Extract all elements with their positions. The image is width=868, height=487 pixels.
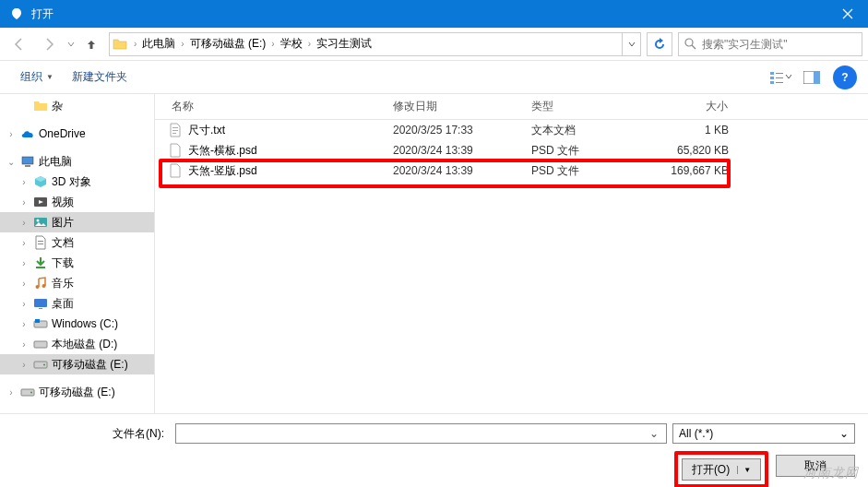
file-icon [168, 163, 183, 178]
breadcrumb-item[interactable]: 此电脑 [140, 36, 177, 52]
expand-icon[interactable]: › [18, 299, 30, 309]
docs-icon [33, 235, 48, 250]
svg-point-18 [42, 284, 46, 288]
breadcrumb-item[interactable]: 学校 [279, 36, 304, 52]
svg-point-27 [30, 392, 32, 394]
sidebar-item-label: Windows (C:) [52, 317, 118, 330]
expand-icon[interactable]: ⌄ [6, 157, 17, 167]
sidebar-item[interactable]: ›本地磁盘 (D:) [0, 334, 154, 354]
sidebar-item[interactable]: ›视频 [0, 192, 154, 212]
sidebar-item[interactable]: ›可移动磁盘 (E:) [0, 382, 154, 402]
chevron-down-icon[interactable]: ▼ [737, 466, 751, 474]
preview-pane-button[interactable] [796, 65, 827, 89]
sidebar-item-label: 桌面 [52, 296, 74, 312]
expand-icon[interactable]: › [18, 258, 30, 268]
sidebar-item[interactable]: ›OneDrive [0, 124, 154, 144]
svg-point-25 [43, 364, 45, 366]
expand-icon[interactable]: › [6, 387, 17, 398]
sidebar-item[interactable]: ›文档 [0, 232, 154, 253]
sidebar-item-label: 视频 [52, 195, 74, 210]
expand-icon[interactable]: › [18, 177, 30, 187]
svg-rect-5 [776, 77, 783, 78]
expand-icon[interactable]: › [18, 238, 30, 248]
svg-rect-9 [22, 157, 33, 164]
search-input[interactable] [702, 38, 856, 51]
sidebar-item[interactable]: 杂 [0, 96, 154, 116]
sidebar-item[interactable]: ›音乐 [0, 273, 154, 293]
file-row[interactable]: 尺寸.txt2020/3/25 17:33文本文档1 KB [155, 120, 868, 140]
sidebar-item[interactable]: ›3D 对象 [0, 172, 154, 192]
chevron-right-icon: › [304, 39, 315, 49]
sidebar-item[interactable]: ›下载 [0, 253, 154, 273]
refresh-button[interactable] [647, 32, 672, 56]
organize-label: 组织 [20, 69, 42, 85]
help-button[interactable]: ? [833, 65, 857, 89]
filename-combobox[interactable]: ⌄ [175, 423, 667, 444]
column-header-name[interactable]: 名称 [155, 99, 386, 114]
nav-forward-button[interactable] [35, 31, 63, 57]
navbar: › 此电脑 › 可移动磁盘 (E:) › 学校 › 实习生测试 [0, 28, 868, 61]
cancel-button[interactable]: 取消 [776, 455, 855, 477]
view-options-button[interactable] [765, 65, 796, 89]
sidebar-tree[interactable]: 杂›OneDrive⌄此电脑›3D 对象›视频›图片›文档›下载›音乐›桌面›W… [0, 94, 155, 413]
folder-icon [110, 38, 130, 51]
filename-label: 文件名(N): [13, 426, 170, 442]
column-header-date[interactable]: 修改日期 [386, 99, 524, 114]
expand-icon[interactable]: › [18, 218, 30, 228]
file-list-header: 名称 修改日期 类型 大小 [155, 94, 868, 120]
svg-rect-29 [172, 130, 178, 131]
expand-icon[interactable]: › [18, 197, 30, 208]
filename-input[interactable] [180, 427, 646, 440]
dialog-footer: 文件名(N): ⌄ All (*.*) ⌄ 打开(O) ▼ 取消 [0, 414, 868, 487]
file-type-filter[interactable]: All (*.*) ⌄ [672, 423, 855, 444]
sidebar-item[interactable]: ›可移动磁盘 (E:) [0, 354, 154, 374]
svg-rect-20 [39, 308, 42, 309]
svg-rect-10 [25, 165, 30, 167]
3d-icon [33, 174, 48, 189]
open-button-label: 打开(O) [692, 462, 730, 478]
window-close-button[interactable] [826, 0, 868, 28]
breadcrumb-item[interactable]: 可移动磁盘 (E:) [188, 36, 268, 52]
breadcrumb-item[interactable]: 实习生测试 [315, 36, 374, 52]
music-icon [33, 276, 48, 291]
svg-rect-16 [36, 267, 45, 268]
sidebar-item-label: 文档 [52, 235, 74, 251]
open-button[interactable]: 打开(O) ▼ [682, 458, 761, 481]
search-box[interactable] [678, 32, 862, 56]
app-icon [9, 6, 24, 21]
dialog-body: 杂›OneDrive⌄此电脑›3D 对象›视频›图片›文档›下载›音乐›桌面›W… [0, 94, 868, 413]
expand-icon[interactable]: › [6, 129, 17, 139]
file-row[interactable]: 天煞-横板.psd2020/3/24 13:39PSD 文件65,820 KB [155, 140, 868, 160]
file-date: 2020/3/25 17:33 [386, 124, 524, 137]
file-icon [168, 143, 183, 158]
sidebar-item-label: 音乐 [52, 276, 74, 291]
column-header-type[interactable]: 类型 [524, 99, 635, 114]
file-type: PSD 文件 [524, 163, 635, 179]
toolbar: 组织 ▼ 新建文件夹 ? [0, 61, 868, 94]
nav-up-button[interactable] [79, 31, 103, 57]
expand-icon[interactable]: › [18, 339, 30, 350]
nav-back-button[interactable] [6, 31, 33, 57]
svg-rect-1 [770, 72, 774, 75]
sidebar-item[interactable]: ⌄此电脑 [0, 151, 154, 172]
sidebar-item[interactable]: ›桌面 [0, 293, 154, 314]
breadcrumb[interactable]: › 此电脑 › 可移动磁盘 (E:) › 学校 › 实习生测试 [109, 32, 641, 56]
nav-history-dropdown[interactable] [65, 31, 77, 57]
expand-icon[interactable]: › [18, 279, 30, 289]
file-row[interactable]: 天煞-竖版.psd2020/3/24 13:39PSD 文件169,667 KB [155, 160, 868, 181]
file-list-rows: 尺寸.txt2020/3/25 17:33文本文档1 KB天煞-横板.psd20… [155, 120, 868, 181]
chevron-down-icon[interactable]: ⌄ [646, 427, 662, 440]
file-list: 名称 修改日期 类型 大小 尺寸.txt2020/3/25 17:33文本文档1… [155, 94, 868, 413]
sidebar-item[interactable]: ›Windows (C:) [0, 314, 154, 334]
breadcrumb-dropdown[interactable] [622, 33, 640, 55]
column-header-size[interactable]: 大小 [635, 99, 736, 114]
svg-rect-3 [770, 81, 774, 84]
svg-point-0 [685, 39, 693, 46]
new-folder-button[interactable]: 新建文件夹 [63, 65, 137, 89]
onedrive-icon [20, 126, 35, 141]
expand-icon[interactable]: › [18, 360, 30, 370]
organize-button[interactable]: 组织 ▼ [11, 65, 63, 89]
expand-icon[interactable]: › [18, 319, 30, 329]
sidebar-item[interactable]: ›图片 [0, 212, 154, 232]
file-type: PSD 文件 [524, 143, 635, 159]
